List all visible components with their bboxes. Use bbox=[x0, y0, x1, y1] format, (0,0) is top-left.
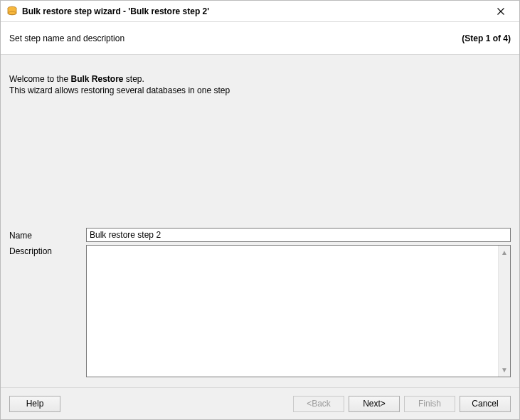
cancel-button[interactable]: Cancel bbox=[460, 396, 511, 412]
description-scrollbar[interactable]: ▲ ▼ bbox=[498, 246, 510, 377]
titlebar: Bulk restore step wizard - 'Bulk restore… bbox=[1, 1, 519, 22]
name-label: Name bbox=[9, 229, 86, 241]
close-icon bbox=[497, 8, 504, 15]
welcome-text: Welcome to the Bulk Restore step. This w… bbox=[9, 63, 511, 100]
content-spacer bbox=[9, 100, 511, 228]
welcome-suffix: step. bbox=[124, 74, 144, 84]
description-label: Description bbox=[9, 245, 86, 256]
name-row: Name bbox=[9, 228, 511, 242]
back-button[interactable]: <Back bbox=[293, 396, 344, 412]
wizard-subtitle: Set step name and description bbox=[9, 33, 124, 43]
app-icon bbox=[6, 6, 18, 17]
welcome-prefix: Welcome to the bbox=[9, 74, 70, 84]
name-input[interactable] bbox=[86, 228, 511, 242]
wizard-header: Set step name and description (Step 1 of… bbox=[1, 22, 519, 55]
step-indicator: (Step 1 of 4) bbox=[462, 33, 511, 43]
scroll-up-icon: ▲ bbox=[499, 247, 510, 258]
close-button[interactable] bbox=[487, 1, 515, 21]
next-button[interactable]: Next> bbox=[349, 396, 400, 412]
wizard-content: Welcome to the Bulk Restore step. This w… bbox=[1, 55, 519, 387]
welcome-bold: Bulk Restore bbox=[70, 74, 123, 84]
finish-button[interactable]: Finish bbox=[404, 396, 455, 412]
scroll-down-icon: ▼ bbox=[499, 364, 510, 375]
description-wrap: ▲ ▼ bbox=[86, 245, 511, 377]
button-bar: Help <Back Next> Finish Cancel bbox=[1, 387, 519, 419]
welcome-line2: This wizard allows restoring several dat… bbox=[9, 85, 511, 96]
description-row: Description ▲ ▼ bbox=[9, 245, 511, 377]
form-area: Name Description ▲ ▼ bbox=[9, 228, 511, 387]
help-button[interactable]: Help bbox=[9, 396, 60, 412]
window-title: Bulk restore step wizard - 'Bulk restore… bbox=[22, 1, 487, 22]
description-textarea[interactable] bbox=[87, 246, 498, 377]
